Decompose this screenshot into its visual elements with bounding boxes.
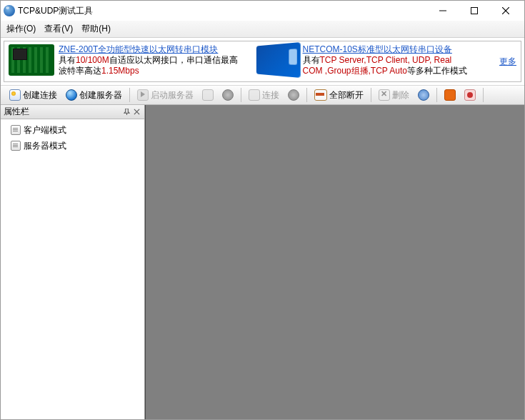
toolbar-divider — [129, 88, 130, 102]
svg-rect-1 — [471, 8, 478, 14]
toolbar-divider — [241, 88, 241, 102]
sidebar-title: 属性栏 — [4, 106, 121, 118]
disconnect-all-label: 全部断开 — [329, 89, 364, 101]
bug-icon — [464, 89, 476, 101]
globe-icon — [66, 89, 77, 101]
orange-square-icon — [444, 89, 456, 101]
promo-right-link[interactable]: NETCOM-10S标准型以太网转串口设备 — [303, 44, 452, 54]
create-server-label: 创建服务器 — [79, 89, 122, 101]
delete-icon — [379, 89, 390, 101]
start-server-label: 启动服务器 — [151, 89, 194, 101]
orange-button[interactable] — [441, 88, 459, 102]
app-icon — [4, 5, 15, 16]
promo-left-link[interactable]: ZNE-200T全功能型快速以太网转串口模块 — [59, 44, 218, 54]
menu-help[interactable]: 帮助(H) — [81, 23, 111, 35]
content-area — [145, 105, 524, 419]
menu-operate[interactable]: 操作(O) — [6, 23, 36, 35]
sidebar-header: 属性栏 — [1, 105, 144, 119]
link-icon — [249, 89, 260, 101]
stop-button[interactable] — [219, 88, 236, 102]
disconnect-button[interactable] — [285, 88, 302, 102]
computer-icon — [11, 141, 21, 151]
computer-icon — [11, 125, 21, 135]
property-tree: 客户端模式 服务器模式 — [1, 119, 144, 156]
create-connection-label: 创建连接 — [23, 89, 57, 101]
bug-button[interactable] — [461, 88, 479, 102]
document-icon — [9, 89, 21, 101]
create-server-button[interactable]: 创建服务器 — [63, 88, 125, 103]
promo-banner: ZNE-200T全功能型快速以太网转串口模块 具有10/100M自适应以太网接口… — [4, 41, 521, 82]
toolbar-divider — [371, 88, 371, 102]
connect-label: 连接 — [262, 89, 279, 101]
pin-button[interactable] — [121, 107, 131, 117]
gear-icon — [418, 89, 429, 101]
plug-button[interactable] — [199, 88, 216, 102]
promo-left-text: ZNE-200T全功能型快速以太网转串口模块 具有10/100M自适应以太网接口… — [59, 44, 238, 76]
promo-right-text: NETCOM-10S标准型以太网转串口设备 具有TCP Server,TCP C… — [303, 44, 468, 76]
title-bar: TCP&UDP测试工具 — [1, 1, 524, 21]
menu-view[interactable]: 查看(V) — [44, 23, 73, 35]
stop-icon — [222, 89, 234, 101]
more-link[interactable]: 更多 — [496, 56, 516, 68]
create-connection-button[interactable]: 创建连接 — [6, 88, 60, 103]
tree-item-label: 客户端模式 — [24, 124, 66, 136]
promo-right: NETCOM-10S标准型以太网转串口设备 具有TCP Server,TCP C… — [253, 44, 491, 76]
main-area: 属性栏 客户端模式 服务器模式 — [1, 105, 524, 419]
plug-icon — [202, 89, 214, 101]
tree-item-label: 服务器模式 — [24, 139, 66, 152]
menu-bar: 操作(O) 查看(V) 帮助(H) — [1, 21, 524, 38]
disconnect-all-button[interactable]: 全部断开 — [311, 88, 366, 103]
toolbar-divider — [306, 88, 307, 102]
toolbar-divider — [436, 88, 437, 102]
tree-item-server-mode[interactable]: 服务器模式 — [1, 138, 144, 154]
device-image-icon — [256, 42, 300, 78]
maximize-button[interactable] — [459, 1, 490, 21]
unplug-icon — [314, 89, 327, 101]
settings-button[interactable] — [415, 88, 432, 102]
board-image-icon — [9, 44, 54, 76]
panel-close-button[interactable] — [131, 107, 141, 117]
minimize-button[interactable] — [427, 1, 459, 21]
promo-left: ZNE-200T全功能型快速以太网转串口模块 具有10/100M自适应以太网接口… — [9, 44, 247, 76]
delete-label: 删除 — [392, 89, 409, 101]
tree-item-client-mode[interactable]: 客户端模式 — [1, 122, 144, 138]
window-title: TCP&UDP测试工具 — [18, 5, 427, 17]
start-server-button[interactable]: 启动服务器 — [134, 88, 196, 103]
connect-button[interactable]: 连接 — [246, 88, 282, 103]
close-button[interactable] — [490, 1, 521, 21]
delete-button[interactable]: 删除 — [376, 88, 412, 103]
toolbar-divider — [483, 88, 484, 102]
disconnect-icon — [288, 89, 299, 101]
sidebar: 属性栏 客户端模式 服务器模式 — [1, 105, 145, 419]
play-icon — [137, 89, 149, 101]
toolbar: 创建连接 创建服务器 启动服务器 连接 全部断开 删除 — [1, 85, 524, 105]
